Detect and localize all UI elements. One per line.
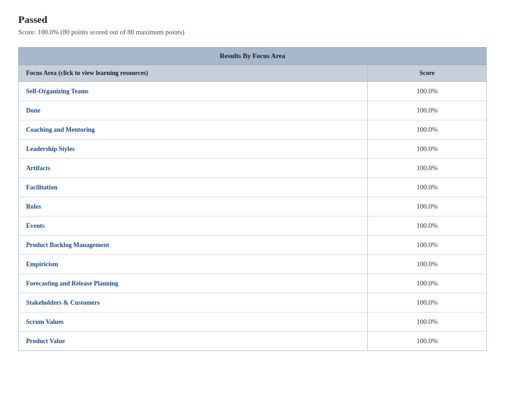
table-row: Leadership Styles100.0% (19, 140, 487, 159)
focus-area-cell: Leadership Styles (19, 140, 368, 159)
table-row: Roles100.0% (19, 197, 487, 216)
score-cell: 100.0% (368, 255, 487, 274)
score-cell: 100.0% (368, 178, 487, 197)
focus-area-cell: Events (19, 216, 368, 236)
focus-area-link[interactable]: Product Value (26, 338, 65, 345)
score-cell: 100.0% (368, 236, 487, 255)
table-row: Facilitation100.0% (19, 178, 487, 197)
passed-status: Passed (18, 14, 487, 26)
focus-area-cell: Coaching and Mentoring (19, 120, 368, 140)
focus-area-link[interactable]: Product Backlog Management (26, 242, 109, 248)
score-line: Score: 100.0% (80 points scored out of 8… (18, 28, 487, 36)
score-cell: 100.0% (368, 332, 487, 351)
table-row: Coaching and Mentoring100.0% (19, 120, 487, 140)
score-cell: 100.0% (368, 274, 487, 293)
focus-area-cell: Product Value (19, 332, 368, 351)
focus-area-link[interactable]: Roles (26, 203, 41, 210)
table-row: Empiricism100.0% (19, 255, 487, 274)
score-cell: 100.0% (368, 312, 487, 332)
column-headers-row: Focus Area (click to view learning resou… (19, 65, 487, 82)
focus-area-link[interactable]: Leadership Styles (26, 145, 75, 152)
table-row: Self-Organizing Teams100.0% (19, 82, 487, 101)
focus-area-cell: Forecasting and Release Planning (19, 274, 368, 293)
focus-area-link[interactable]: Self-Organizing Teams (26, 88, 89, 95)
focus-area-link[interactable]: Empiricism (26, 261, 58, 268)
table-row: Scrum Values100.0% (19, 312, 487, 332)
results-table: Results By Focus Area Focus Area (click … (18, 47, 487, 351)
score-cell: 100.0% (368, 159, 487, 178)
focus-area-cell: Artifacts (19, 159, 368, 178)
section-title-row: Results By Focus Area (19, 48, 487, 65)
score-cell: 100.0% (368, 293, 487, 312)
focus-area-link[interactable]: Scrum Values (26, 318, 64, 325)
score-cell: 100.0% (368, 101, 487, 120)
focus-area-cell: Facilitation (19, 178, 368, 197)
col-header-focus-area: Focus Area (click to view learning resou… (19, 65, 368, 82)
table-row: Product Value100.0% (19, 332, 487, 351)
focus-area-cell: Product Backlog Management (19, 236, 368, 255)
focus-area-link[interactable]: Artifacts (26, 165, 50, 172)
focus-area-link[interactable]: Stakeholders & Customers (26, 299, 100, 306)
focus-area-cell: Empiricism (19, 255, 368, 274)
focus-area-link[interactable]: Done (26, 107, 40, 114)
focus-area-cell: Roles (19, 197, 368, 216)
focus-area-cell: Scrum Values (19, 312, 368, 332)
table-row: Stakeholders & Customers100.0% (19, 293, 487, 312)
table-row: Events100.0% (19, 216, 487, 236)
focus-area-cell: Self-Organizing Teams (19, 82, 368, 101)
table-row: Product Backlog Management100.0% (19, 236, 487, 255)
focus-area-cell: Stakeholders & Customers (19, 293, 368, 312)
score-cell: 100.0% (368, 120, 487, 140)
score-cell: 100.0% (368, 140, 487, 159)
score-cell: 100.0% (368, 82, 487, 101)
focus-area-cell: Done (19, 101, 368, 120)
col-header-score: Score (368, 65, 487, 82)
table-row: Artifacts100.0% (19, 159, 487, 178)
focus-area-link[interactable]: Facilitation (26, 184, 57, 191)
table-row: Forecasting and Release Planning100.0% (19, 274, 487, 293)
section-title: Results By Focus Area (19, 48, 487, 65)
table-row: Done100.0% (19, 101, 487, 120)
score-cell: 100.0% (368, 197, 487, 216)
score-cell: 100.0% (368, 216, 487, 236)
focus-area-link[interactable]: Events (26, 222, 44, 229)
focus-area-link[interactable]: Coaching and Mentoring (26, 126, 95, 133)
focus-area-link[interactable]: Forecasting and Release Planning (26, 280, 118, 287)
